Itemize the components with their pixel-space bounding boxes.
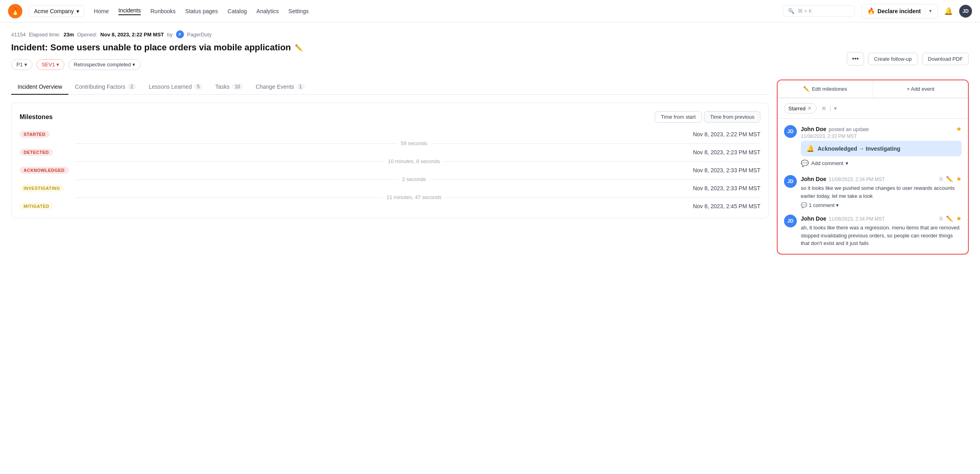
detected-date: Nov 8, 2023, 2:23 PM MST [76,149,760,155]
events-list: JD John Doe posted an update ★ 11/08/202… [778,119,968,254]
edit-icon-1[interactable]: ✏️ [946,176,953,182]
nav-incidents[interactable]: Incidents [118,7,141,15]
edit-title-icon[interactable]: ✏️ [295,44,303,52]
event-name-2: John Doe [801,215,826,222]
event-time-1: 11/08/2023, 2:34 PM MST [829,177,885,182]
rp-header: ✏️ Edit milestones + Add event [778,80,968,98]
declare-divider [925,7,925,15]
contributing-factors-count: 2 [128,84,136,90]
elapsed-label: Elapsed time: [29,32,60,38]
avatar-label: JD [962,8,968,14]
fire-icon: 🔥 [867,7,875,15]
event-entry-2: JD John Doe 11/08/2023, 2:34 PM MST ⎘ ✏️… [784,215,962,247]
event-action-0: posted an update [829,126,869,132]
priority-caret-icon: ▾ [24,62,27,68]
milestones-title: Milestones [20,114,53,121]
severity-caret-icon: ▾ [56,62,59,68]
tabs: Incident Overview Contributing Factors 2… [11,80,769,95]
copy-icon-2[interactable]: ⎘ [940,215,943,222]
edit-icon-2[interactable]: ✏️ [946,215,953,222]
right-panel: ✏️ Edit milestones + Add event Starred ✕… [777,80,969,255]
star-icon-2[interactable]: ★ [956,215,962,222]
event-star-0[interactable]: ★ [956,125,962,133]
tab-lessons-learned[interactable]: Lessons Learned 5 [142,80,209,95]
nav-status-pages[interactable]: Status pages [185,8,218,14]
incident-title: Incident: Some users unable to place ord… [11,42,291,53]
starred-filter-label: Starred [788,106,806,112]
by-label: by [167,32,173,38]
tab-incident-overview[interactable]: Incident Overview [11,80,68,95]
comment-count-row-1[interactable]: 💬 1 comment ▾ [801,202,962,208]
time-from-start-button[interactable]: Time from start [655,111,702,123]
event-actions-2: ⎘ ✏️ ★ [940,215,962,222]
clear-filter-icon[interactable]: ✕ [821,105,826,112]
milestone-acknowledged: ACKNOWLEDGED Nov 8, 2023, 2:33 PM MST [20,167,760,174]
nav-analytics[interactable]: Analytics [256,8,279,14]
gap-after-investigating: 11 minutes, 47 seconds [20,192,760,203]
lessons-learned-count: 5 [194,84,202,90]
milestone-investigating: INVESTIGATING Nov 8, 2023, 2:33 PM MST [20,185,760,192]
event-top-1: John Doe 11/08/2023, 2:34 PM MST ⎘ ✏️ ★ [801,175,962,183]
user-avatar[interactable]: JD [959,5,972,18]
top-actions: ••• Create follow-up Download PDF [847,52,969,66]
nav-runbooks[interactable]: Runbooks [150,8,176,14]
edit-milestones-label: Edit milestones [812,86,847,92]
tab-change-events[interactable]: Change Events 1 [249,80,311,95]
nav-links: Home Incidents Runbooks Status pages Cat… [94,7,309,15]
topnav: 🔥 Acme Company ▾ Home Incidents Runbooks… [0,0,980,22]
time-from-previous-button[interactable]: Time from previous [704,111,760,123]
star-icon-1[interactable]: ★ [956,175,962,183]
company-caret-icon: ▾ [76,8,79,14]
starred-filter-chip[interactable]: Starred ✕ [784,103,816,114]
started-date: Nov 8, 2023, 2:22 PM MST [76,131,760,137]
opened-by: PagerDuty [187,32,212,38]
add-comment-label: Add comment [811,160,843,166]
declare-incident-button[interactable]: 🔥 Declare incident ▾ [861,4,938,18]
starred-filter-close-icon[interactable]: ✕ [807,105,812,112]
search-bar[interactable]: 🔍 ⌘ + K [783,5,855,17]
event-avatar-2: JD [784,215,797,227]
copy-icon-1[interactable]: ⎘ [940,176,943,182]
transition-icon-0: 🔔 [806,145,814,152]
change-events-count: 1 [296,84,305,90]
retro-status-badge[interactable]: Retrospective completed ▾ [68,59,140,70]
priority-label: P1 [16,62,23,68]
severity-label: SEV1 [42,62,55,68]
add-event-button[interactable]: + Add event [873,80,968,98]
filter-caret-icon[interactable]: ▾ [834,105,837,112]
event-text-1: so it looks like we pushed some changes … [801,184,962,200]
mitigated-date: Nov 8, 2023, 2:45 PM MST [76,203,760,209]
logo[interactable]: 🔥 [8,4,22,18]
more-options-button[interactable]: ••• [847,52,864,66]
nav-home[interactable]: Home [94,8,109,14]
event-top-2: John Doe 11/08/2023, 2:34 PM MST ⎘ ✏️ ★ [801,215,962,222]
event-avatar-1: JD [784,175,797,188]
nav-settings[interactable]: Settings [288,8,309,14]
company-selector[interactable]: Acme Company ▾ [29,5,84,17]
notifications-button[interactable]: 🔔 [944,7,953,16]
detected-badge: DETECTED [20,149,53,156]
started-badge: STARTED [20,131,50,138]
comment-count-1: 1 comment [809,202,834,208]
acknowledged-date: Nov 8, 2023, 2:33 PM MST [76,167,760,173]
retro-status-label: Retrospective completed [74,62,131,68]
add-comment-row[interactable]: 💬 Add comment ▾ [801,158,962,169]
nav-catalog[interactable]: Catalog [228,8,247,14]
tab-tasks[interactable]: Tasks 10 [209,80,249,95]
gap-after-acknowledged: 2 seconds [20,174,760,185]
download-pdf-button[interactable]: Download PDF [922,53,969,65]
rp-filter-row: Starred ✕ ✕ | ▾ [778,98,968,119]
transition-text-0: Acknowledged → Investigating [818,145,900,152]
acknowledged-badge: ACKNOWLEDGED [20,167,69,174]
gap-after-detected: 10 minutes, 8 seconds [20,156,760,167]
tab-contributing-factors[interactable]: Contributing Factors 2 [68,80,142,95]
create-follow-up-button[interactable]: Create follow-up [868,53,918,65]
priority-badge[interactable]: P1 ▾ [11,59,32,70]
edit-milestones-button[interactable]: ✏️ Edit milestones [778,80,873,98]
incident-number: #1154 [11,32,26,38]
add-comment-caret: ▾ [846,160,848,166]
comment-icon: 💬 [801,159,809,167]
severity-badge[interactable]: SEV1 ▾ [36,59,64,70]
opened-label: Opened: [77,32,97,38]
event-body-0: John Doe posted an update ★ 11/08/2023, … [801,125,962,169]
